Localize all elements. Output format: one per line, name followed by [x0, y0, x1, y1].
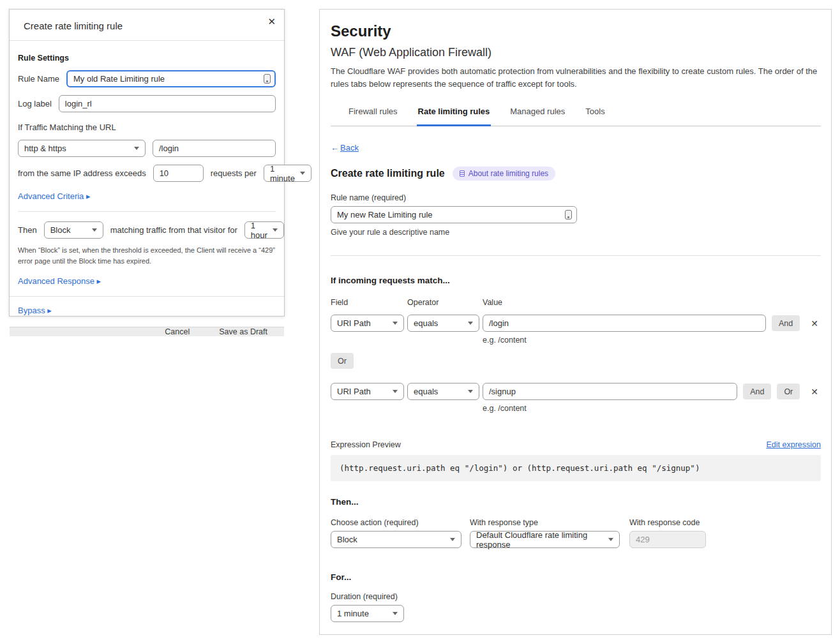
- tab-managed-rules[interactable]: Managed rules: [509, 103, 566, 126]
- then-label: Then: [18, 225, 37, 235]
- chevron-down-icon: [300, 172, 305, 175]
- block-note: When “Block” is set, when the threshold …: [18, 245, 276, 267]
- requests-input[interactable]: [153, 165, 204, 182]
- rule-name-label: Rule Name: [18, 74, 59, 84]
- condition-column-labels: Field Operator Value: [331, 298, 821, 311]
- threshold-middle: requests per: [211, 168, 257, 178]
- log-label: Log label: [18, 99, 52, 108]
- response-code-label: With response code: [629, 518, 706, 527]
- tab-rate-limiting-rules[interactable]: Rate limiting rules: [417, 103, 491, 126]
- chevron-down-icon: [393, 390, 398, 393]
- chevron-down-icon: [92, 228, 97, 232]
- rule-name-input-wrap: [331, 206, 577, 223]
- threshold-row: from the same IP address exceeds request…: [18, 165, 276, 182]
- bypass-link[interactable]: Bypass ▸: [18, 306, 52, 315]
- rule-name-input[interactable]: [331, 206, 577, 223]
- bypass-section: Bypass ▸: [10, 297, 284, 327]
- rule-name-row: Rule Name: [18, 70, 276, 87]
- rule-name-label: Rule name (required): [331, 193, 821, 202]
- duration-label: Duration (required): [331, 592, 821, 601]
- response-type-group: With response type Default Cloudflare ra…: [470, 518, 620, 548]
- dialog-footer: Cancel Save as Draft: [10, 327, 284, 336]
- condition-row: URI Path equals And ✕: [331, 315, 821, 332]
- rule-settings-heading: Rule Settings: [18, 54, 276, 63]
- tab-tools[interactable]: Tools: [584, 103, 606, 126]
- expression-preview-label: Expression Preview: [331, 440, 401, 449]
- value-input[interactable]: [483, 383, 737, 400]
- chevron-down-icon: [608, 538, 613, 541]
- threshold-prefix: from the same IP address exceeds: [18, 168, 146, 178]
- page-description: The Cloudflare WAF provides both automat…: [331, 65, 821, 90]
- advanced-response-link[interactable]: Advanced Response ▸: [18, 276, 276, 286]
- rule-name-input[interactable]: [66, 70, 276, 87]
- field-column-label: Field: [331, 298, 407, 307]
- action-field-group: Choose action (required) Block: [331, 518, 461, 548]
- action-select[interactable]: Block: [331, 531, 461, 548]
- cancel-button[interactable]: Cancel: [165, 327, 190, 336]
- dialog-header: Create rate limiting rule ✕: [10, 10, 284, 41]
- then-section-title: Then...: [331, 497, 821, 507]
- url-input[interactable]: [153, 140, 276, 157]
- waf-tabs: Firewall rules Rate limiting rules Manag…: [331, 103, 821, 126]
- response-code-input: [629, 531, 706, 548]
- value-input[interactable]: [483, 315, 766, 332]
- and-button[interactable]: And: [772, 315, 800, 331]
- condition-row: URI Path equals And Or ✕: [331, 383, 821, 400]
- or-connector-button[interactable]: Or: [331, 353, 354, 369]
- remove-condition-icon[interactable]: ✕: [811, 319, 818, 328]
- edit-expression-link[interactable]: Edit expression: [767, 440, 821, 449]
- form-title-row: Create rate limiting rule About rate lim…: [331, 167, 821, 181]
- duration-select[interactable]: 1 minute: [331, 605, 404, 622]
- back-link[interactable]: ←Back: [331, 143, 821, 153]
- chevron-down-icon: [393, 612, 398, 615]
- value-column-label: Value: [483, 298, 502, 307]
- chevron-down-icon: [468, 322, 473, 325]
- form-title: Create rate limiting rule: [331, 168, 445, 179]
- then-row: Then Block matching traffic from that vi…: [18, 221, 276, 239]
- traffic-match-label: If Traffic Matching the URL: [18, 123, 276, 132]
- url-match-row: http & https: [18, 140, 276, 157]
- security-waf-panel: Security WAF (Web Application Firewall) …: [319, 9, 832, 635]
- field-select[interactable]: URI Path: [331, 315, 404, 332]
- then-middle: matching traffic from that visitor for: [110, 225, 237, 235]
- page-title: Security: [331, 22, 821, 40]
- match-section-title: If incoming requests match...: [331, 276, 821, 285]
- for-section-title: For...: [331, 572, 821, 582]
- create-rate-limiting-rule-dialog: Create rate limiting rule ✕ Rule Setting…: [9, 9, 285, 316]
- period-select[interactable]: 1 minute: [264, 165, 311, 182]
- operator-column-label: Operator: [407, 298, 483, 307]
- tab-firewall-rules[interactable]: Firewall rules: [347, 103, 399, 126]
- chevron-down-icon: [273, 228, 278, 232]
- scheme-select[interactable]: http & https: [18, 140, 146, 157]
- or-button[interactable]: Or: [777, 383, 800, 399]
- page-subtitle: WAF (Web Application Firewall): [331, 46, 821, 59]
- response-type-label: With response type: [470, 518, 620, 527]
- response-code-group: With response code: [629, 518, 706, 548]
- log-label-input-wrap: [59, 95, 276, 112]
- operator-select[interactable]: equals: [407, 383, 479, 400]
- about-rate-limiting-rules-badge[interactable]: About rate limiting rules: [453, 167, 555, 181]
- action-label: Choose action (required): [331, 518, 461, 527]
- action-select[interactable]: Block: [44, 221, 103, 239]
- value-hint: e.g. /content: [483, 336, 821, 345]
- response-type-select[interactable]: Default Cloudflare rate limiting respons…: [470, 531, 620, 548]
- rule-name-input-wrap: [66, 70, 276, 87]
- autofill-icon[interactable]: [565, 210, 572, 220]
- operator-select[interactable]: equals: [407, 315, 479, 332]
- block-duration-select[interactable]: 1 hour: [244, 221, 284, 239]
- log-label-input[interactable]: [59, 95, 276, 112]
- field-select[interactable]: URI Path: [331, 383, 404, 400]
- document-icon: [460, 170, 465, 177]
- dialog-body: Rule Settings Rule Name Log label If Tra…: [10, 41, 284, 286]
- then-fields-row: Choose action (required) Block With resp…: [331, 518, 821, 548]
- chevron-down-icon: [450, 538, 455, 541]
- chevron-down-icon: [468, 390, 473, 393]
- and-button[interactable]: And: [743, 383, 771, 399]
- close-icon[interactable]: ✕: [267, 16, 276, 27]
- autofill-icon[interactable]: [264, 74, 271, 84]
- advanced-criteria-link[interactable]: Advanced Criteria ▸: [18, 191, 276, 201]
- save-as-draft-button[interactable]: Save as Draft: [219, 327, 267, 336]
- divider: [18, 211, 276, 212]
- remove-condition-icon[interactable]: ✕: [811, 387, 818, 396]
- expression-preview-row: Expression Preview Edit expression: [331, 440, 821, 449]
